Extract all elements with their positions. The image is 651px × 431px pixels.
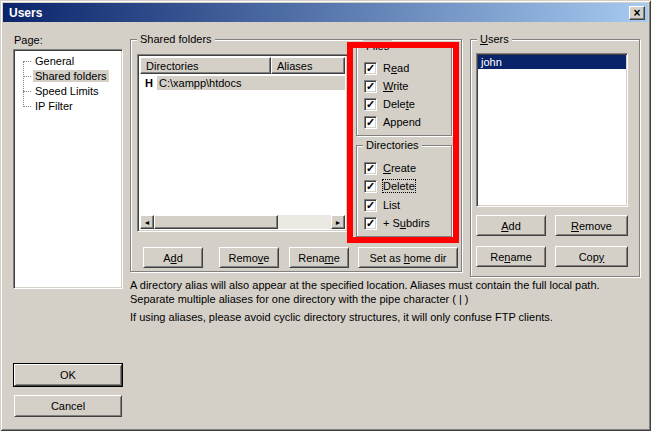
- shared-rename-button[interactable]: Rename: [289, 247, 349, 268]
- page-item-label: Speed Limits: [33, 85, 101, 97]
- checkbox-icon-delete-files: [364, 98, 377, 111]
- scroll-right-icon: ►: [335, 219, 342, 226]
- checkbox-write[interactable]: Write: [364, 79, 408, 93]
- checkbox-icon-delete-dirs: [364, 180, 377, 193]
- directories-permissions-group: Directories Create Delete List + Subdirs: [356, 145, 452, 237]
- ok-button[interactable]: OK: [14, 364, 122, 386]
- checkbox-read[interactable]: Read: [364, 61, 409, 75]
- shared-add-button[interactable]: Add: [143, 247, 203, 268]
- scrollbar-track[interactable]: [278, 215, 331, 229]
- user-rename-button[interactable]: Rename: [476, 246, 546, 267]
- close-icon: ×: [633, 7, 640, 19]
- page-list: General Shared folders Speed Limits IP F…: [13, 49, 123, 289]
- scroll-left-icon: ◄: [144, 219, 151, 226]
- checkbox-icon-read: [364, 62, 377, 75]
- page-item-speed-limits[interactable]: Speed Limits: [14, 84, 122, 99]
- checkbox-icon-create: [364, 162, 377, 175]
- checkbox-label-subdirs: + Subdirs: [383, 217, 430, 229]
- users-dialog: Users × Page: General Shared folders Spe…: [0, 0, 651, 431]
- window-title: Users: [3, 6, 629, 20]
- page-item-general[interactable]: General: [14, 54, 122, 69]
- page-item-label: IP Filter: [33, 100, 75, 112]
- checkbox-create[interactable]: Create: [364, 161, 416, 175]
- directories-listview: Directories Aliases H C:\xampp\htdocs ◄ …: [137, 54, 348, 232]
- directory-path: C:\xampp\htdocs: [157, 76, 345, 90]
- checkbox-icon-write: [364, 80, 377, 93]
- shared-remove-button[interactable]: Remove: [219, 247, 279, 268]
- page-label: Page:: [14, 34, 43, 46]
- checkbox-label-append: Append: [383, 116, 421, 128]
- users-group-label: Users: [477, 33, 512, 45]
- user-remove-button[interactable]: Remove: [555, 215, 628, 236]
- checkbox-label-write: Write: [383, 80, 408, 92]
- checkbox-label-delete-dirs: Delete: [383, 180, 415, 192]
- listview-header: Directories Aliases: [140, 57, 345, 74]
- users-list: john: [476, 53, 628, 207]
- page-item-label: Shared folders: [33, 70, 109, 82]
- column-header-directories[interactable]: Directories: [140, 57, 271, 74]
- home-marker: H: [140, 77, 157, 89]
- directory-row[interactable]: H C:\xampp\htdocs: [140, 75, 345, 90]
- checkbox-delete-files[interactable]: Delete: [364, 97, 415, 111]
- checkbox-subdirs[interactable]: + Subdirs: [364, 216, 430, 230]
- checkbox-label-delete-files: Delete: [383, 98, 415, 110]
- files-group-label: Files: [363, 40, 392, 52]
- cancel-button[interactable]: Cancel: [14, 395, 122, 417]
- alias-help-text: A directory alias will also appear at th…: [130, 278, 638, 306]
- scroll-left-button[interactable]: ◄: [140, 215, 154, 229]
- horizontal-scrollbar[interactable]: ◄ ►: [140, 215, 345, 229]
- user-add-button[interactable]: Add: [476, 215, 546, 236]
- checkbox-label-list: List: [383, 199, 400, 211]
- titlebar: Users ×: [3, 3, 648, 22]
- column-header-aliases[interactable]: Aliases: [271, 57, 345, 74]
- user-copy-button[interactable]: Copy: [555, 246, 628, 267]
- checkbox-delete-dirs[interactable]: Delete: [364, 179, 415, 193]
- directories-group-label: Directories: [363, 139, 422, 151]
- checkbox-append[interactable]: Append: [364, 115, 421, 129]
- page-item-shared-folders[interactable]: Shared folders: [14, 69, 122, 84]
- cyclic-help-text: If using aliases, please avoid cyclic di…: [130, 310, 638, 324]
- close-button[interactable]: ×: [629, 6, 645, 20]
- scrollbar-thumb[interactable]: [154, 215, 278, 229]
- checkbox-list[interactable]: List: [364, 198, 400, 212]
- files-permissions-group: Files Read Write Delete Append: [356, 46, 452, 136]
- set-as-home-dir-button[interactable]: Set as home dir: [358, 247, 458, 268]
- user-item-john[interactable]: john: [478, 55, 626, 69]
- shared-folders-group-label: Shared folders: [137, 33, 215, 45]
- checkbox-label-create: Create: [383, 162, 416, 174]
- checkbox-label-read: Read: [383, 62, 409, 74]
- checkbox-icon-subdirs: [364, 217, 377, 230]
- checkbox-icon-list: [364, 199, 377, 212]
- page-item-ip-filter[interactable]: IP Filter: [14, 99, 122, 114]
- page-item-label: General: [33, 55, 76, 67]
- checkbox-icon-append: [364, 116, 377, 129]
- scroll-right-button[interactable]: ►: [331, 215, 345, 229]
